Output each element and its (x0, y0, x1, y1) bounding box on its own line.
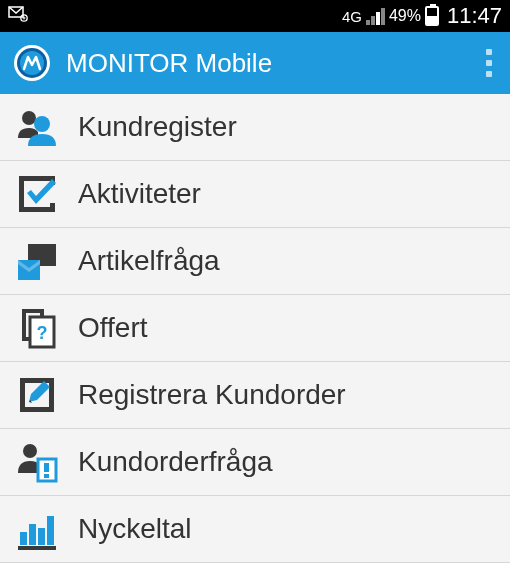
svg-rect-18 (47, 516, 54, 545)
menu-item-label: Offert (78, 312, 148, 344)
svg-point-10 (23, 444, 37, 458)
menu-item-label: Kundorderfråga (78, 446, 273, 478)
menu-item-label: Kundregister (78, 111, 237, 143)
svg-text:?: ? (37, 323, 48, 343)
app-bar: MONITOR Mobile (0, 32, 510, 94)
menu-item-kundorderfraga[interactable]: Kundorderfråga (0, 429, 510, 496)
menu-item-label: Registrera Kundorder (78, 379, 346, 411)
menu-item-label: Nyckeltal (78, 513, 192, 545)
status-right: 4G 49% 11:47 (342, 3, 502, 29)
svg-rect-16 (29, 524, 36, 545)
mail-icon (8, 6, 28, 27)
status-bar: 4G 49% 11:47 (0, 0, 510, 32)
svg-point-6 (34, 116, 50, 132)
menu-item-offert[interactable]: ? Offert (0, 295, 510, 362)
overflow-menu-icon[interactable] (480, 43, 498, 83)
offer-icon: ? (14, 305, 60, 351)
order-query-icon (14, 439, 60, 485)
network-label: 4G (342, 8, 362, 25)
app-title: MONITOR Mobile (66, 48, 480, 79)
bars-icon (14, 506, 60, 552)
status-left (8, 6, 28, 27)
svg-rect-13 (44, 463, 49, 472)
menu-item-registrera-kundorder[interactable]: Registrera Kundorder (0, 362, 510, 429)
check-icon (14, 171, 60, 217)
app-logo-icon (12, 43, 52, 83)
svg-rect-17 (38, 528, 45, 545)
main-menu-list: Kundregister Aktiviteter Artikelfråga ? (0, 94, 510, 563)
svg-point-5 (22, 111, 36, 125)
menu-item-label: Artikelfråga (78, 245, 220, 277)
menu-item-artikelfraga[interactable]: Artikelfråga (0, 228, 510, 295)
users-icon (14, 104, 60, 150)
signal-icon (366, 8, 385, 25)
svg-rect-15 (20, 532, 27, 545)
article-icon (14, 238, 60, 284)
menu-item-nyckeltal[interactable]: Nyckeltal (0, 496, 510, 563)
battery-icon (425, 6, 439, 26)
register-icon (14, 372, 60, 418)
svg-rect-14 (18, 546, 56, 550)
svg-rect-12 (44, 474, 49, 478)
menu-item-kundregister[interactable]: Kundregister (0, 94, 510, 161)
clock: 11:47 (447, 3, 502, 29)
battery-percent: 49% (389, 7, 421, 25)
menu-item-aktiviteter[interactable]: Aktiviteter (0, 161, 510, 228)
menu-item-label: Aktiviteter (78, 178, 201, 210)
